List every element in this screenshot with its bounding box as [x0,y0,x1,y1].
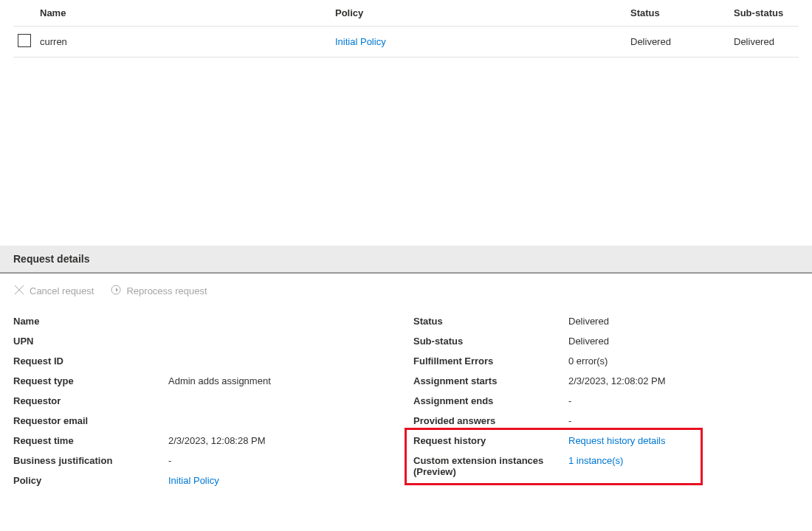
header-name[interactable]: Name [40,0,335,27]
assignment-starts-value: 2/3/2023, 12:08:02 PM [568,375,799,386]
table-row[interactable]: curren Initial Policy Delivered Delivere… [13,27,799,58]
header-policy[interactable]: Policy [335,0,630,27]
assignment-starts-label: Assignment starts [413,375,568,386]
requestor-value [168,395,399,406]
request-time-value: 2/3/2023, 12:08:28 PM [168,435,399,446]
request-id-label: Request ID [13,355,168,367]
provided-answers-value: - [568,415,799,426]
request-time-label: Request time [13,435,168,446]
header-substatus[interactable]: Sub-status [734,0,799,27]
table-header-row: Name Policy Status Sub-status [13,0,799,27]
detail-left-column: Name UPN Request ID Request type Admin a… [13,311,399,490]
action-bar: Cancel request Reprocess request [0,274,812,311]
detail-right-column: Status Delivered Sub-status Delivered Fu… [413,311,799,490]
header-status[interactable]: Status [630,0,734,27]
request-type-label: Request type [13,375,168,386]
detail-body: Name UPN Request ID Request type Admin a… [0,311,812,490]
provided-answers-label: Provided answers [413,415,568,426]
request-type-value: Admin adds assignment [168,375,399,386]
assignment-ends-value: - [568,395,799,406]
request-history-link[interactable]: Request history details [568,435,666,446]
status-value: Delivered [568,316,799,327]
reprocess-request-label: Reprocess request [126,285,207,296]
row-policy-link[interactable]: Initial Policy [335,36,386,47]
requestor-email-label: Requestor email [13,415,168,426]
policy-link[interactable]: Initial Policy [168,475,219,486]
reprocess-request-button: Reprocess request [110,284,207,298]
request-history-label: Request history [413,435,568,446]
business-justification-label: Business justification [13,455,168,466]
status-label: Status [413,316,568,327]
upn-value [168,336,399,347]
substatus-label: Sub-status [413,336,568,347]
cancel-request-button: Cancel request [13,284,94,298]
row-status: Delivered [630,27,734,58]
requestor-label: Requestor [13,395,168,406]
name-value [168,316,399,327]
substatus-value: Delivered [568,336,799,347]
cancel-request-label: Cancel request [30,285,94,296]
request-id-value [168,355,399,367]
custom-extension-link[interactable]: 1 instance(s) [568,455,623,466]
custom-extension-label: Custom extension instances (Preview) [413,455,568,477]
reprocess-icon [110,284,122,298]
upn-label: UPN [13,336,168,347]
requests-table: Name Policy Status Sub-status curren Ini… [0,0,812,58]
fulfillment-errors-label: Fulfillment Errors [413,355,568,367]
detail-header: Request details [0,246,812,274]
policy-label: Policy [13,475,168,486]
fulfillment-errors-value: 0 error(s) [568,355,799,367]
business-justification-value: - [168,455,399,466]
name-label: Name [13,316,168,327]
assignment-ends-label: Assignment ends [413,395,568,406]
requestor-email-value [168,415,399,426]
row-checkbox[interactable] [18,34,31,47]
close-icon [13,284,25,298]
row-name: curren [40,27,335,58]
spacer [0,58,812,246]
row-substatus: Delivered [734,27,799,58]
